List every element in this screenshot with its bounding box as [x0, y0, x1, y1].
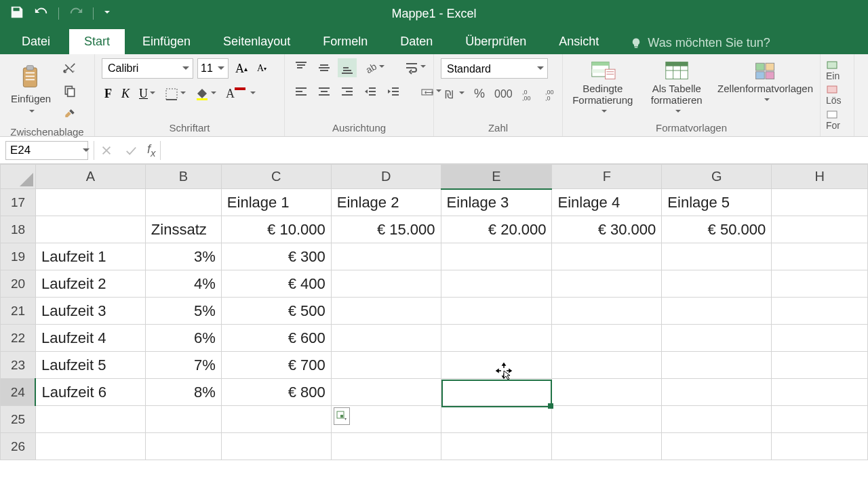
cell-G24[interactable]: [662, 379, 772, 406]
cell-A24[interactable]: Laufzeit 6: [35, 379, 145, 406]
cell-B22[interactable]: 6%: [145, 325, 221, 352]
row-header-25[interactable]: 25: [1, 406, 36, 433]
paste-button[interactable]: Einfügen: [7, 63, 55, 119]
cell-E22[interactable]: [441, 325, 552, 352]
col-header-C[interactable]: C: [221, 165, 331, 189]
cell-F19[interactable]: [552, 243, 662, 270]
cell-A26[interactable]: [35, 433, 145, 460]
percent-button[interactable]: %: [471, 84, 488, 104]
col-header-F[interactable]: F: [552, 165, 662, 189]
cell-H20[interactable]: [772, 270, 868, 298]
col-header-A[interactable]: A: [35, 165, 145, 189]
cut-button[interactable]: [60, 58, 79, 77]
cell-E26[interactable]: [441, 433, 552, 460]
cell-G21[interactable]: [662, 298, 772, 325]
cell-D17[interactable]: Einlage 2: [331, 189, 441, 216]
cell-F17[interactable]: Einlage 4: [552, 189, 662, 216]
format-painter-button[interactable]: [60, 104, 79, 123]
cell-G22[interactable]: [662, 325, 772, 352]
cell-D23[interactable]: [331, 352, 441, 379]
qat-customize-icon[interactable]: [103, 5, 111, 22]
tab-data[interactable]: Daten: [385, 29, 448, 54]
wrap-text-button[interactable]: [402, 58, 429, 77]
row-header-24[interactable]: 24: [1, 379, 36, 406]
cell-H22[interactable]: [772, 325, 868, 352]
row-header-17[interactable]: 17: [1, 189, 36, 216]
cell-C17[interactable]: Einlage 1: [221, 189, 331, 216]
cell-B19[interactable]: 3%: [145, 243, 221, 270]
tab-view[interactable]: Ansicht: [544, 29, 614, 54]
cell-D18[interactable]: € 15.000: [331, 216, 441, 243]
format-as-table-button[interactable]: Als Tabelle formatieren: [648, 58, 705, 117]
orientation-button[interactable]: ab: [361, 58, 387, 77]
underline-button[interactable]: U: [136, 84, 158, 104]
decrease-indent-button[interactable]: [361, 83, 380, 102]
col-header-E[interactable]: E: [441, 165, 552, 189]
comma-button[interactable]: 000: [492, 85, 515, 103]
cell-A18[interactable]: [35, 216, 145, 243]
cell-G25[interactable]: [662, 406, 772, 433]
cell-F18[interactable]: € 30.000: [552, 216, 662, 243]
bold-button[interactable]: F: [102, 84, 115, 104]
format-cells-button[interactable]: For: [826, 109, 854, 131]
cell-A22[interactable]: Laufzeit 4: [35, 325, 145, 352]
col-header-H[interactable]: H: [772, 165, 868, 189]
row-header-23[interactable]: 23: [1, 352, 36, 379]
increase-indent-button[interactable]: [384, 83, 403, 102]
cell-B25[interactable]: [145, 406, 221, 433]
tab-pagelayout[interactable]: Seitenlayout: [208, 29, 305, 54]
align-bottom-button[interactable]: [338, 58, 357, 77]
undo-icon[interactable]: [34, 5, 49, 22]
cell-B18[interactable]: Zinssatz: [145, 216, 221, 243]
spreadsheet-grid[interactable]: ABCDEFGH17Einlage 1Einlage 2Einlage 3Ein…: [0, 164, 868, 460]
col-header-G[interactable]: G: [662, 165, 772, 189]
cell-F21[interactable]: [552, 298, 662, 325]
cell-C25[interactable]: [221, 406, 331, 433]
cell-H26[interactable]: [772, 433, 868, 460]
cell-C21[interactable]: € 500: [221, 298, 331, 325]
cell-F22[interactable]: [552, 325, 662, 352]
row-header-21[interactable]: 21: [1, 298, 36, 325]
accounting-format-button[interactable]: ₪: [441, 85, 467, 104]
tab-file[interactable]: Datei: [7, 29, 65, 54]
formula-input[interactable]: [161, 141, 868, 160]
align-left-button[interactable]: [292, 83, 311, 102]
cell-H24[interactable]: [772, 379, 868, 406]
cell-A17[interactable]: [35, 189, 145, 216]
tab-insert[interactable]: Einfügen: [127, 29, 205, 54]
cell-B23[interactable]: 7%: [145, 352, 221, 379]
cell-C22[interactable]: € 600: [221, 325, 331, 352]
align-right-button[interactable]: [338, 83, 357, 102]
font-name-input[interactable]: [102, 58, 193, 79]
row-header-26[interactable]: 26: [1, 433, 36, 460]
select-all-cell[interactable]: [1, 165, 36, 189]
cell-E24[interactable]: [441, 379, 552, 406]
cell-H25[interactable]: [772, 406, 868, 433]
cell-C23[interactable]: € 700: [221, 352, 331, 379]
cell-G20[interactable]: [662, 270, 772, 298]
cell-H18[interactable]: [772, 216, 868, 243]
cell-A19[interactable]: Laufzeit 1: [35, 243, 145, 270]
align-center-button[interactable]: [315, 83, 334, 102]
autofill-options-button[interactable]: [334, 407, 350, 425]
cell-F26[interactable]: [552, 433, 662, 460]
cell-D21[interactable]: [331, 298, 441, 325]
cell-G23[interactable]: [662, 352, 772, 379]
align-middle-button[interactable]: [315, 58, 334, 77]
cell-E21[interactable]: [441, 298, 552, 325]
col-header-B[interactable]: B: [145, 165, 221, 189]
cell-styles-button[interactable]: Zellenformatvorlagen: [717, 58, 813, 106]
cell-C19[interactable]: € 300: [221, 243, 331, 270]
italic-button[interactable]: K: [119, 84, 132, 104]
decrease-decimal-button[interactable]: ,00,0: [542, 85, 561, 104]
cell-C26[interactable]: [221, 433, 331, 460]
tell-me-search[interactable]: Was möchten Sie tun?: [630, 36, 770, 50]
cell-C20[interactable]: € 400: [221, 270, 331, 298]
cell-D19[interactable]: [331, 243, 441, 270]
cell-F20[interactable]: [552, 270, 662, 298]
cell-G17[interactable]: Einlage 5: [662, 189, 772, 216]
shrink-font-button[interactable]: A▾: [254, 60, 269, 77]
font-color-button[interactable]: A: [223, 84, 258, 104]
tab-home[interactable]: Start: [69, 29, 125, 54]
cell-B20[interactable]: 4%: [145, 270, 221, 298]
